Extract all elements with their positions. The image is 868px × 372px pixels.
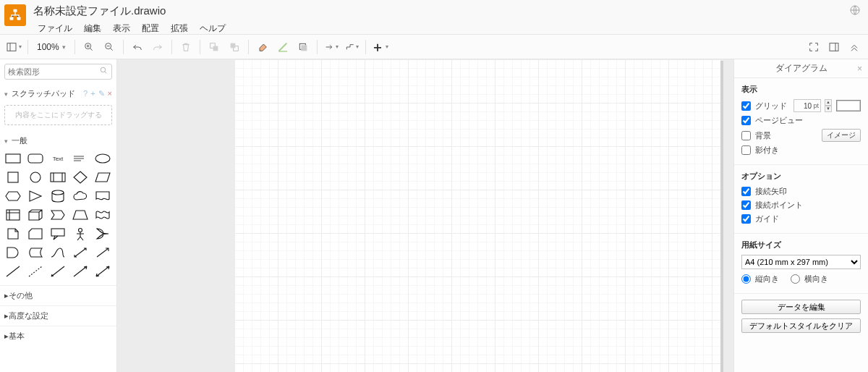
conn-point-checkbox[interactable] bbox=[741, 200, 751, 210]
shape-cube[interactable] bbox=[26, 207, 45, 223]
general-section-header[interactable]: ▾ 一般 bbox=[0, 131, 116, 149]
edit-data-button[interactable]: データを編集 bbox=[741, 300, 861, 314]
menubar: ファイル 編集 表示 配置 拡張 ヘルプ bbox=[32, 20, 231, 38]
to-back-button[interactable] bbox=[225, 38, 244, 56]
shape-internal-storage[interactable] bbox=[4, 207, 22, 223]
connection-button[interactable]: ▾ bbox=[322, 38, 341, 56]
shape-bidirectional-arrow[interactable] bbox=[71, 245, 90, 261]
grid-color-swatch[interactable] bbox=[836, 100, 861, 111]
search-shapes-box[interactable] bbox=[4, 64, 112, 80]
shape-cylinder[interactable] bbox=[48, 188, 67, 204]
language-icon[interactable] bbox=[849, 4, 861, 18]
zoom-out-button[interactable] bbox=[100, 38, 119, 56]
shape-line[interactable] bbox=[4, 263, 22, 279]
svg-rect-8 bbox=[213, 46, 218, 51]
guide-checkbox[interactable] bbox=[741, 214, 751, 224]
background-image-button[interactable]: イメージ bbox=[822, 129, 861, 142]
shape-trapezoid[interactable] bbox=[71, 207, 90, 223]
shape-arrow[interactable] bbox=[93, 245, 112, 261]
shape-process[interactable] bbox=[48, 169, 67, 185]
shape-textbox[interactable] bbox=[71, 151, 90, 166]
close-icon[interactable]: × bbox=[857, 64, 862, 74]
grid-size-input[interactable]: 10 bbox=[793, 99, 821, 112]
shape-callout[interactable] bbox=[48, 226, 67, 242]
search-icon bbox=[99, 66, 109, 77]
menu-extras[interactable]: 拡張 bbox=[165, 20, 194, 38]
zoom-in-button[interactable] bbox=[80, 38, 98, 56]
scratchpad-dropzone[interactable]: 内容をここにドラッグする bbox=[4, 105, 112, 125]
menu-view[interactable]: 表示 bbox=[107, 20, 136, 38]
grid-size-stepper[interactable]: ▲▼ bbox=[825, 99, 832, 112]
redo-button[interactable] bbox=[148, 38, 167, 56]
collapse-button[interactable] bbox=[845, 38, 864, 56]
shape-rectangle[interactable] bbox=[4, 151, 22, 166]
shape-curve[interactable] bbox=[48, 245, 67, 261]
document-title[interactable]: 名称未設定ファイル.drawio bbox=[32, 3, 231, 20]
shape-step[interactable] bbox=[48, 207, 67, 223]
line-color-button[interactable] bbox=[273, 38, 292, 56]
delete-button[interactable] bbox=[176, 38, 195, 56]
category-basic[interactable]: ▸基本 bbox=[0, 326, 116, 346]
scratchpad-edit-icon[interactable]: ✎ bbox=[98, 89, 105, 98]
shape-line-arrow-both[interactable] bbox=[93, 263, 112, 279]
insert-button[interactable]: ＋▾ bbox=[370, 38, 389, 56]
pageview-label: ページビュー bbox=[755, 115, 803, 126]
format-panel-toggle[interactable] bbox=[825, 38, 843, 56]
shape-and[interactable] bbox=[4, 245, 22, 261]
drawing-page[interactable] bbox=[234, 59, 720, 372]
shape-or[interactable] bbox=[93, 226, 112, 242]
shape-note[interactable] bbox=[4, 226, 22, 242]
shape-square[interactable] bbox=[4, 169, 22, 185]
shape-data-storage[interactable] bbox=[26, 245, 45, 261]
grid-checkbox[interactable] bbox=[741, 101, 751, 111]
conn-arrow-checkbox[interactable] bbox=[741, 187, 751, 196]
undo-button[interactable] bbox=[128, 38, 147, 56]
shape-dashed-line[interactable] bbox=[26, 263, 45, 279]
clear-style-button[interactable]: デフォルトスタイルをクリア bbox=[741, 318, 861, 333]
background-checkbox[interactable] bbox=[741, 131, 751, 140]
shape-card[interactable] bbox=[26, 226, 45, 242]
fullscreen-button[interactable] bbox=[804, 38, 823, 56]
toolbar: ▾ 100% ▾ ▾ ▾ ＋▾ bbox=[0, 35, 868, 59]
landscape-radio[interactable] bbox=[791, 274, 800, 284]
shape-rounded-rectangle[interactable] bbox=[26, 151, 45, 166]
shape-line-arrow-2[interactable] bbox=[71, 263, 90, 279]
category-advanced[interactable]: ▸高度な設定 bbox=[0, 305, 116, 326]
waypoint-button[interactable]: ▾ bbox=[342, 38, 361, 56]
shape-tape[interactable] bbox=[93, 207, 112, 223]
scratchpad-header[interactable]: ▾ スクラッチパッド ? + ✎ × bbox=[0, 84, 116, 102]
shape-actor[interactable] bbox=[71, 226, 90, 242]
sidebar-toggle-button[interactable]: ▾ bbox=[4, 38, 23, 56]
to-front-button[interactable] bbox=[205, 38, 224, 56]
shape-ellipse[interactable] bbox=[93, 151, 112, 166]
menu-arrange[interactable]: 配置 bbox=[136, 20, 165, 38]
scratchpad-add-icon[interactable]: + bbox=[90, 89, 95, 98]
paper-size-select[interactable]: A4 (210 mm x 297 mm) bbox=[741, 255, 861, 269]
shadow-checkbox[interactable] bbox=[741, 145, 751, 155]
shape-diamond[interactable] bbox=[71, 169, 90, 185]
app-logo[interactable] bbox=[4, 4, 26, 26]
scratchpad-help-icon[interactable]: ? bbox=[83, 89, 88, 98]
category-misc[interactable]: ▸その他 bbox=[0, 285, 116, 305]
search-shapes-input[interactable] bbox=[8, 67, 99, 76]
portrait-radio[interactable] bbox=[741, 274, 751, 284]
menu-file[interactable]: ファイル bbox=[32, 20, 78, 38]
shape-parallelogram[interactable] bbox=[93, 169, 112, 185]
fill-color-button[interactable] bbox=[253, 38, 272, 56]
shape-cloud[interactable] bbox=[71, 188, 90, 204]
shape-triangle[interactable] bbox=[26, 188, 45, 204]
menu-help[interactable]: ヘルプ bbox=[194, 20, 231, 38]
header-bar: 名称未設定ファイル.drawio ファイル 編集 表示 配置 拡張 ヘルプ bbox=[0, 0, 868, 35]
canvas-area[interactable] bbox=[117, 59, 733, 372]
zoom-dropdown[interactable]: 100% ▾ bbox=[33, 42, 70, 52]
shape-line-arrow-1[interactable] bbox=[48, 263, 67, 279]
menu-edit[interactable]: 編集 bbox=[78, 20, 107, 38]
shape-text[interactable]: Text bbox=[48, 151, 67, 166]
shape-document[interactable] bbox=[93, 188, 112, 204]
separator bbox=[75, 40, 75, 54]
shape-circle[interactable] bbox=[26, 169, 45, 185]
shape-hexagon[interactable] bbox=[4, 188, 22, 204]
shadow-button[interactable] bbox=[294, 38, 312, 56]
scratchpad-close-icon[interactable]: × bbox=[108, 89, 112, 98]
pageview-checkbox[interactable] bbox=[741, 116, 751, 125]
